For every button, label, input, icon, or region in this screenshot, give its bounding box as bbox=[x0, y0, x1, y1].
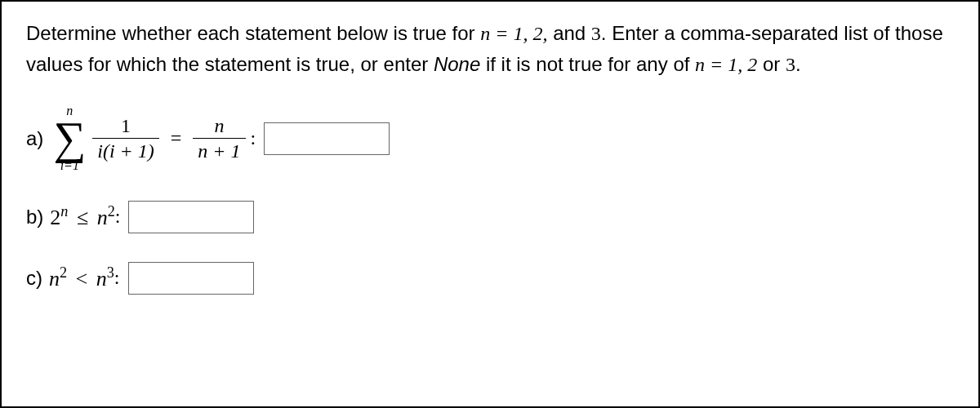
lhs-fraction: 1 i(i + 1) bbox=[92, 115, 159, 162]
instr-period: . bbox=[795, 53, 801, 75]
b-exp1: n bbox=[60, 203, 68, 220]
expr-c: n2 < n3 bbox=[49, 264, 114, 291]
instr-three2: 3 bbox=[786, 54, 795, 75]
sigma-icon: ∑ bbox=[53, 118, 86, 158]
rhs-numerator: n bbox=[209, 115, 229, 138]
lhs-denominator: i(i + 1) bbox=[92, 138, 159, 162]
instr-none: None bbox=[434, 53, 480, 75]
problem-b-label: b) bbox=[26, 206, 43, 228]
instr-part1: Determine whether each statement below i… bbox=[26, 22, 480, 44]
expr-b: 2n ≤ n2 bbox=[50, 203, 114, 230]
problem-c: c) n2 < n3: bbox=[26, 262, 954, 295]
instr-part4: if it is not true for any of bbox=[480, 53, 695, 75]
instr-n-eq: n = 1, 2, bbox=[480, 23, 547, 44]
problem-a-label: a) bbox=[26, 127, 43, 150]
answer-input-b[interactable] bbox=[128, 201, 254, 233]
colon-b: : bbox=[115, 206, 121, 228]
colon-c: : bbox=[114, 267, 120, 289]
question-frame: Determine whether each statement below i… bbox=[0, 0, 980, 408]
colon-a: : bbox=[251, 127, 256, 149]
b-base2: n bbox=[97, 206, 108, 229]
c-exp1: 2 bbox=[60, 264, 67, 281]
lhs-numerator: 1 bbox=[116, 115, 136, 138]
problem-b: b) 2n ≤ n2: bbox=[26, 201, 954, 233]
sum-lower: i=1 bbox=[60, 159, 79, 172]
problem-a: a) n ∑ i=1 1 i(i + 1) = n n + 1 : bbox=[26, 104, 954, 171]
answer-input-c[interactable] bbox=[128, 262, 254, 295]
c-base2: n bbox=[96, 267, 107, 290]
b-op: ≤ bbox=[77, 206, 88, 229]
c-op: < bbox=[76, 267, 88, 290]
answer-input-a[interactable] bbox=[264, 122, 390, 155]
summation-symbol: n ∑ i=1 bbox=[53, 104, 86, 171]
rhs-fraction: n n + 1 bbox=[193, 115, 245, 162]
instr-n-eq2: n = 1, 2 bbox=[695, 54, 757, 75]
c-exp2: 3 bbox=[107, 264, 114, 281]
instr-part2: and bbox=[547, 22, 590, 44]
b-exp2: 2 bbox=[108, 203, 115, 220]
instr-or: or bbox=[757, 53, 786, 75]
instr-three: 3 bbox=[591, 23, 601, 44]
c-base1: n bbox=[49, 267, 60, 290]
equals-sign: = bbox=[171, 127, 182, 149]
b-base1: 2 bbox=[50, 206, 60, 229]
problem-c-label: c) bbox=[26, 267, 42, 290]
instructions-text: Determine whether each statement below i… bbox=[26, 18, 954, 80]
rhs-denominator: n + 1 bbox=[193, 138, 245, 162]
